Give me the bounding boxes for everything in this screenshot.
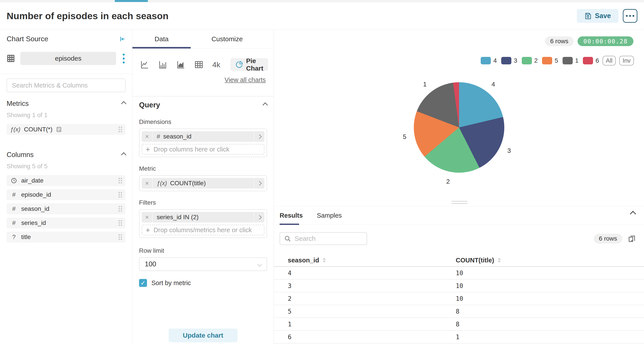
copy-icon[interactable]: [627, 234, 636, 243]
drag-handle-icon[interactable]: [118, 220, 122, 226]
area-chart-icon[interactable]: [176, 60, 186, 69]
explore-page: Number of episodes in each season Save C…: [0, 0, 644, 344]
column-list-item[interactable]: ? title: [6, 232, 126, 243]
query-heading: Query: [139, 101, 160, 109]
pie-chart-icon: [235, 61, 243, 69]
results-search-input[interactable]: [294, 235, 362, 243]
section-divider: [132, 96, 274, 97]
drag-handle-icon[interactable]: [118, 206, 122, 212]
results-tabs: Results Samples: [274, 206, 644, 225]
row-limit-select[interactable]: 100: [139, 257, 267, 271]
sort-icon[interactable]: [323, 258, 326, 263]
dataset-options-kebab-icon[interactable]: [122, 53, 126, 64]
tab-samples[interactable]: Samples: [317, 212, 342, 219]
metric-list-item[interactable]: ƒ(x) COUNT(*): [6, 124, 126, 135]
results-toolbar: 6 rows: [280, 232, 636, 245]
remove-icon[interactable]: ×: [142, 131, 153, 142]
metric-chip[interactable]: × ƒ(x) COUNT(title): [142, 178, 264, 189]
remove-icon[interactable]: ×: [142, 178, 153, 189]
filters-drop-zone[interactable]: + Drop columns/metrics here or click: [142, 225, 264, 235]
chip-expand-icon[interactable]: [254, 178, 264, 189]
drag-handle-icon[interactable]: [118, 127, 122, 132]
chip-expand-icon[interactable]: [254, 131, 264, 142]
pie-chart[interactable]: [414, 82, 504, 173]
question-icon: ?: [10, 234, 18, 241]
control-panel: Data Customize: [132, 30, 274, 344]
legend-invert-button[interactable]: Inv: [619, 56, 634, 65]
query-collapse-icon[interactable]: [262, 102, 268, 108]
legend-swatch: [542, 57, 552, 64]
column-label: title: [21, 234, 31, 241]
sort-by-metric-row: ✓ Sort by metric: [139, 279, 267, 287]
bar-chart-icon[interactable]: [158, 60, 167, 69]
table-row: 4 10: [274, 267, 644, 280]
big-number-chart-icon[interactable]: 4k: [212, 60, 220, 69]
filter-chip[interactable]: × series_id IN (2): [142, 212, 264, 223]
column-list-item[interactable]: # season_id: [6, 203, 126, 214]
results-search-box[interactable]: [280, 232, 367, 245]
legend-label: 2: [534, 57, 538, 64]
dimensions-drop-zone[interactable]: + Drop columns here or click: [142, 144, 264, 155]
dimension-chip[interactable]: × # season_id: [142, 131, 264, 142]
columns-collapse-icon[interactable]: [121, 152, 126, 157]
column-label: season_id: [21, 205, 50, 212]
legend-item[interactable]: 4: [481, 57, 497, 64]
collapse-results-icon[interactable]: [631, 212, 635, 217]
search-input[interactable]: [12, 82, 121, 89]
selected-viz-pie-chart[interactable]: Pie Chart: [230, 58, 268, 71]
collapse-panel-icon[interactable]: [119, 36, 126, 42]
calculator-icon: [56, 127, 62, 132]
tab-data[interactable]: Data: [132, 30, 191, 48]
drag-handle-icon[interactable]: [118, 178, 122, 183]
update-chart-button[interactable]: Update chart: [168, 329, 238, 342]
page-title: Number of episodes in each season: [6, 10, 168, 21]
cell-count: 8: [456, 321, 644, 328]
dataset-selector[interactable]: episodes: [20, 52, 116, 65]
panel-resize-handle[interactable]: [452, 201, 468, 205]
remove-icon[interactable]: ×: [142, 212, 153, 223]
save-button[interactable]: Save: [577, 9, 618, 23]
sort-icon[interactable]: [498, 258, 501, 263]
pie-slice-label: 2: [446, 178, 450, 185]
legend-item[interactable]: 2: [522, 57, 538, 64]
chip-expand-icon[interactable]: [254, 212, 264, 223]
column-list-item[interactable]: # series_id: [6, 217, 126, 228]
line-chart-icon[interactable]: [140, 60, 149, 69]
columns-showing-count: Showing 5 of 5: [6, 163, 126, 170]
legend-item[interactable]: 6: [583, 57, 599, 64]
metric-control: × ƒ(x) COUNT(title): [139, 175, 267, 191]
clock-icon: [10, 178, 18, 184]
table-row: 6 1: [274, 331, 644, 344]
legend-item[interactable]: 3: [501, 57, 517, 64]
sort-by-metric-label: Sort by metric: [152, 279, 191, 287]
table-row: 1 8: [274, 318, 644, 331]
column-header-season-id[interactable]: season_id: [274, 257, 456, 264]
column-list-item[interactable]: # episode_id: [6, 189, 126, 200]
column-list-item[interactable]: air_date: [6, 175, 126, 186]
more-actions-button[interactable]: [623, 9, 638, 23]
plus-icon: +: [146, 226, 150, 234]
pie-slice-label: 4: [492, 80, 495, 88]
view-all-charts-link[interactable]: View all charts: [132, 76, 274, 84]
column-label: series_id: [21, 219, 46, 227]
query-section: Query Dimensions × # season_id + Drop co…: [132, 101, 274, 287]
metrics-collapse-icon[interactable]: [121, 101, 126, 106]
legend-item[interactable]: 5: [542, 57, 558, 64]
sort-by-metric-checkbox[interactable]: ✓: [139, 279, 147, 287]
tab-results[interactable]: Results: [280, 212, 303, 219]
dataset-grid-icon: [6, 54, 15, 63]
drag-handle-icon[interactable]: [118, 234, 122, 240]
table-chart-icon[interactable]: [194, 60, 204, 69]
legend-item[interactable]: 1: [562, 57, 579, 64]
row-limit-value: 100: [145, 260, 156, 268]
hash-icon: #: [10, 219, 18, 227]
tab-customize[interactable]: Customize: [191, 30, 264, 48]
hash-icon: #: [157, 133, 160, 140]
legend-swatch: [501, 57, 511, 64]
drag-handle-icon[interactable]: [118, 192, 122, 198]
column-header-count-title[interactable]: COUNT(title): [456, 257, 644, 264]
metric-label: Metric: [139, 165, 267, 172]
pie-slice-label: 5: [403, 133, 406, 140]
legend-select-all-button[interactable]: All: [602, 56, 616, 65]
metrics-columns-search[interactable]: [6, 78, 126, 92]
